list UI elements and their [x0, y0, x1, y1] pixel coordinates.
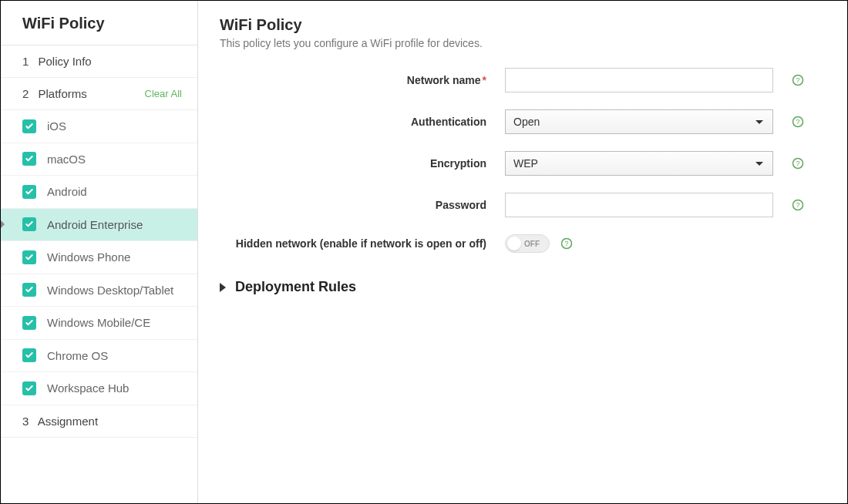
page-title: WiFi Policy — [220, 16, 816, 34]
clear-all-link[interactable]: Clear All — [145, 88, 182, 99]
sidebar-item-label: Windows Desktop/Tablet — [47, 283, 173, 298]
field-hidden-network: Hidden network (enable if network is ope… — [220, 234, 816, 253]
step-policy-info[interactable]: 1 Policy Info — [1, 45, 197, 78]
sidebar-item-ios[interactable]: iOS — [1, 110, 197, 143]
checkbox-checked-icon[interactable] — [22, 152, 36, 166]
svg-text:?: ? — [796, 76, 799, 84]
sidebar-item-label: iOS — [47, 119, 66, 134]
page-subtitle: This policy lets you configure a WiFi pr… — [220, 37, 816, 49]
password-input[interactable] — [505, 193, 773, 217]
password-label: Password — [220, 199, 505, 211]
checkbox-checked-icon[interactable] — [22, 316, 36, 330]
encryption-select[interactable]: WEP — [505, 151, 773, 176]
platforms-list: iOS macOS Android — [1, 110, 197, 405]
sidebar-item-label: Windows Phone — [47, 250, 130, 265]
encryption-label: Encryption — [220, 157, 505, 170]
help-icon[interactable]: ? — [792, 116, 804, 128]
checkbox-checked-icon[interactable] — [22, 119, 36, 133]
authentication-label: Authentication — [220, 116, 505, 128]
main-panel: WiFi Policy This policy lets you configu… — [198, 1, 847, 503]
deployment-rules-header[interactable]: Deployment Rules — [220, 279, 816, 295]
hidden-network-label: Hidden network (enable if network is ope… — [220, 237, 505, 250]
help-icon[interactable]: ? — [792, 157, 804, 170]
authentication-select[interactable]: Open — [505, 109, 773, 134]
sidebar-item-android[interactable]: Android — [1, 176, 197, 209]
toggle-state-label: OFF — [524, 240, 540, 248]
sidebar-item-macos[interactable]: macOS — [1, 143, 197, 176]
app-frame: WiFi Policy 1 Policy Info 2 Platforms Cl… — [0, 0, 848, 504]
sidebar-item-windows-mobile-ce[interactable]: Windows Mobile/CE — [1, 307, 197, 340]
step-number: 3 — [22, 415, 29, 428]
sidebar-item-label: Android Enterprise — [47, 217, 143, 233]
sidebar-item-label: Windows Mobile/CE — [47, 315, 150, 331]
svg-text:?: ? — [796, 160, 799, 167]
field-encryption: Encryption WEP ? — [220, 151, 816, 176]
step-label: Platforms — [39, 87, 87, 100]
svg-text:?: ? — [796, 201, 799, 209]
select-value: Open — [513, 116, 540, 128]
step-label: Policy Info — [39, 55, 92, 68]
sidebar-title: WiFi Policy — [1, 1, 197, 45]
help-icon[interactable]: ? — [792, 199, 804, 211]
checkbox-checked-icon[interactable] — [22, 185, 36, 199]
sidebar-item-workspace-hub[interactable]: Workspace Hub — [1, 372, 197, 405]
step-platforms[interactable]: 2 Platforms Clear All — [1, 78, 197, 110]
caret-right-icon — [220, 283, 226, 292]
sidebar-item-android-enterprise[interactable]: Android Enterprise — [1, 209, 197, 242]
step-assignment[interactable]: 3 Assignment — [1, 405, 197, 438]
step-number: 1 — [22, 55, 29, 68]
network-name-label: Network name* — [220, 74, 505, 86]
sidebar-item-label: Android — [47, 184, 87, 200]
checkbox-checked-icon[interactable] — [22, 217, 36, 231]
checkbox-checked-icon[interactable] — [22, 250, 36, 264]
hidden-network-toggle[interactable]: OFF — [505, 234, 550, 253]
checkbox-checked-icon[interactable] — [22, 381, 36, 395]
select-value: WEP — [513, 157, 538, 170]
deployment-rules-title: Deployment Rules — [235, 279, 356, 295]
sidebar-item-chrome-os[interactable]: Chrome OS — [1, 340, 197, 373]
sidebar-item-label: Chrome OS — [47, 348, 108, 364]
sidebar-item-windows-phone[interactable]: Windows Phone — [1, 241, 197, 274]
sidebar: WiFi Policy 1 Policy Info 2 Platforms Cl… — [1, 1, 198, 503]
sidebar-item-label: macOS — [47, 152, 86, 167]
help-icon[interactable]: ? — [560, 237, 573, 250]
sidebar-item-windows-desktop-tablet[interactable]: Windows Desktop/Tablet — [1, 274, 197, 307]
field-password: Password ? — [220, 193, 816, 217]
svg-text:?: ? — [796, 118, 799, 126]
sidebar-scroll[interactable]: 1 Policy Info 2 Platforms Clear All iOS — [1, 45, 197, 503]
svg-text:?: ? — [564, 240, 568, 247]
step-number: 2 — [22, 87, 29, 100]
sidebar-item-label: Workspace Hub — [47, 381, 129, 396]
checkbox-checked-icon[interactable] — [22, 283, 36, 297]
network-name-input[interactable] — [505, 68, 773, 92]
help-icon[interactable]: ? — [792, 74, 804, 86]
step-label: Assignment — [38, 415, 98, 428]
checkbox-checked-icon[interactable] — [22, 348, 36, 362]
field-authentication: Authentication Open ? — [220, 109, 816, 134]
field-network-name: Network name* ? — [220, 68, 816, 92]
